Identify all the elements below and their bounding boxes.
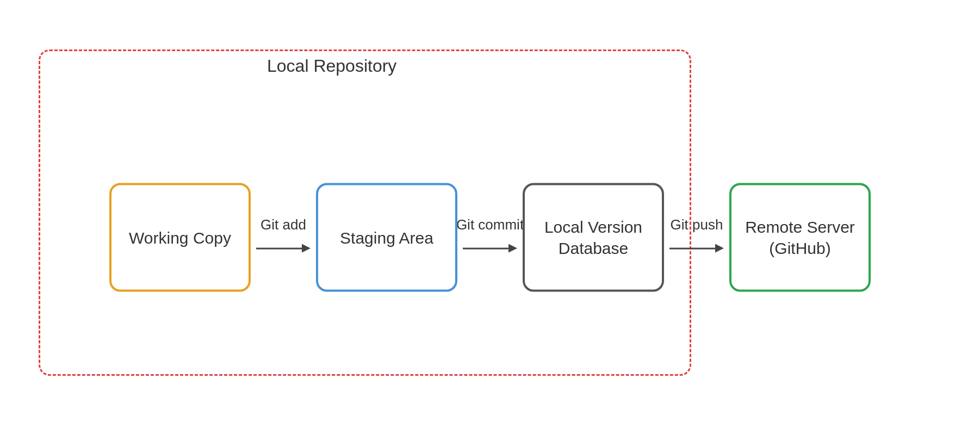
- git-commit-label: Git commit: [456, 216, 524, 233]
- git-push-label: Git push: [671, 216, 723, 233]
- remote-server-box: Remote Server(GitHub): [729, 183, 871, 292]
- arrow-git-add: [256, 244, 311, 253]
- remote-server-label: Remote Server(GitHub): [745, 216, 855, 259]
- diagram-container: Local Repository placeholder Working Cop…: [28, 28, 952, 419]
- local-version-box: Local VersionDatabase: [523, 183, 664, 292]
- arrow-head-3: [715, 244, 724, 253]
- local-version-label: Local VersionDatabase: [544, 216, 642, 259]
- boxes-row: placeholder Working Copy Git add placeho…: [28, 156, 952, 292]
- remote-server-wrapper: placeholder Remote Server(GitHub): [729, 156, 871, 292]
- arrow-line-1: [256, 247, 302, 249]
- working-copy-box: Working Copy: [109, 183, 251, 292]
- working-copy-wrapper: placeholder Working Copy: [109, 156, 251, 292]
- arrow-line-2: [463, 247, 508, 249]
- arrow-head-1: [302, 244, 311, 253]
- staging-area-label: Staging Area: [340, 227, 433, 248]
- local-version-wrapper: placeholder Local VersionDatabase: [523, 156, 664, 292]
- staging-area-box: Staging Area: [316, 183, 457, 292]
- staging-area-wrapper: placeholder Staging Area: [316, 156, 457, 292]
- arrow-git-commit: [463, 244, 517, 253]
- local-repo-label: Local Repository: [267, 56, 396, 76]
- arrow-git-push-container: Git push: [664, 216, 729, 253]
- arrow-git-commit-container: Git commit: [457, 216, 523, 253]
- arrow-git-add-container: Git add: [251, 216, 316, 253]
- arrow-git-push: [669, 244, 724, 253]
- arrow-line-3: [669, 247, 715, 249]
- git-add-label: Git add: [260, 216, 306, 233]
- arrow-head-2: [508, 244, 517, 253]
- working-copy-label: Working Copy: [129, 227, 231, 248]
